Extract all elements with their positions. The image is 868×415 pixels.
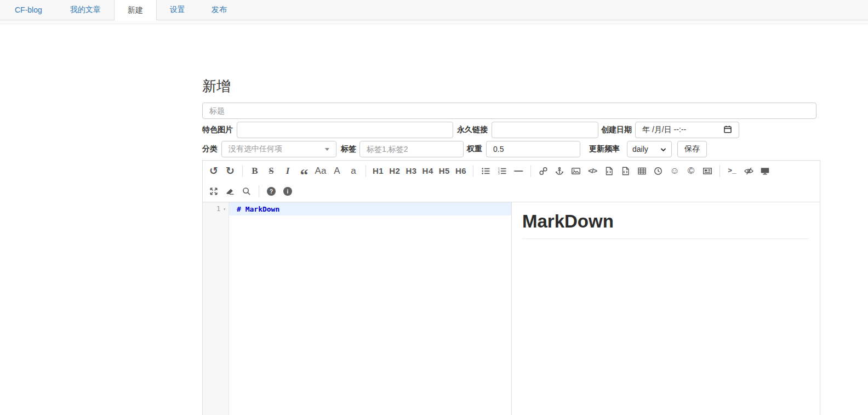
search-button[interactable]	[238, 183, 255, 200]
nav-tab-my-articles[interactable]: 我的文章	[57, 0, 114, 20]
search-icon	[242, 187, 251, 196]
undo-button[interactable]: ↺	[205, 163, 222, 179]
horizontal-rule-button[interactable]: —	[510, 163, 527, 179]
file-code-icon	[605, 167, 613, 175]
preview-pane: MarkDown	[512, 202, 820, 415]
fullscreen-button[interactable]	[205, 183, 222, 200]
file-code-icon	[621, 167, 630, 175]
frequency-label: 更新频率	[589, 144, 620, 154]
emoji-button[interactable]: ☺	[666, 163, 683, 179]
chevron-down-icon	[660, 145, 666, 154]
toolbar-separator	[366, 165, 366, 177]
html-entities-button[interactable]: ©	[683, 163, 699, 179]
watch-button[interactable]	[740, 163, 757, 179]
post-title-input[interactable]	[202, 103, 816, 119]
page-title: 新增	[202, 77, 820, 96]
line-number-gutter: 1 ▾	[203, 202, 229, 415]
preformatted-text-button[interactable]	[601, 163, 617, 179]
frequency-value: daily	[632, 145, 648, 154]
navbar-substrip	[0, 20, 868, 24]
italic-button[interactable]: I	[279, 163, 296, 179]
redo-button[interactable]: ↻	[222, 163, 238, 179]
category-select[interactable]: 没有选中任何项	[221, 141, 336, 157]
uppercase-button[interactable]: A	[329, 163, 345, 179]
h6-button[interactable]: H6	[453, 163, 469, 179]
anchor-icon	[555, 167, 564, 175]
featured-image-label: 特色图片	[202, 125, 233, 135]
save-button[interactable]: 保存	[677, 141, 707, 157]
quote-button[interactable]: “	[296, 167, 312, 183]
nav-brand[interactable]: CF-blog	[0, 0, 57, 20]
create-date-input[interactable]: 年 /月/日 --:--	[635, 122, 739, 138]
fullscreen-arrows-icon	[209, 187, 218, 196]
clear-button[interactable]	[222, 183, 238, 200]
ordered-list-button[interactable]: 123	[494, 163, 510, 179]
link-button[interactable]	[535, 163, 551, 179]
list-ol-icon: 123	[498, 167, 507, 175]
pagebreak-button[interactable]	[699, 163, 716, 179]
markdown-source-text: # MarkDown	[229, 205, 279, 213]
preview-button[interactable]	[757, 163, 773, 179]
code-block-button[interactable]	[617, 163, 633, 179]
featured-image-input[interactable]	[237, 122, 453, 138]
nav-tab-new[interactable]: 新建	[114, 0, 157, 20]
table-icon	[637, 167, 647, 175]
clock-icon	[654, 167, 663, 175]
top-navbar: CF-blog 我的文章 新建 设置 发布	[0, 0, 868, 20]
toolbar-separator	[530, 165, 531, 177]
weight-input[interactable]	[486, 141, 580, 157]
nav-tab-settings[interactable]: 设置	[157, 0, 198, 20]
eraser-icon	[225, 187, 235, 196]
toolbar-separator	[242, 165, 243, 177]
info-button[interactable]: i	[279, 183, 296, 200]
fold-arrow-icon[interactable]: ▾	[223, 207, 226, 212]
toolbar-separator	[473, 165, 473, 177]
editor-toolbar-row-2: ? i	[203, 181, 820, 202]
strikethrough-button[interactable]: S	[263, 163, 279, 179]
help-icon: ?	[267, 187, 276, 196]
svg-text:3: 3	[498, 172, 500, 175]
create-date-value: 年 /月/日 --:--	[642, 125, 686, 135]
permalink-input[interactable]	[492, 122, 598, 138]
table-button[interactable]	[633, 163, 650, 179]
h4-button[interactable]: H4	[420, 163, 436, 179]
tags-input[interactable]	[359, 141, 464, 157]
nav-tab-publish[interactable]: 发布	[198, 0, 240, 20]
image-button[interactable]	[568, 163, 584, 179]
unordered-list-button[interactable]	[477, 163, 494, 179]
create-date-label: 创建日期	[601, 125, 632, 135]
code-area[interactable]: # MarkDown	[229, 202, 511, 415]
image-icon	[571, 167, 581, 175]
form-row-1: 特色图片 永久链接 创建日期 年 /月/日 --:--	[202, 122, 820, 138]
datetime-button[interactable]	[650, 163, 666, 179]
ucwords-button[interactable]: Aa	[312, 163, 329, 179]
bold-button[interactable]: B	[247, 163, 263, 179]
code-pane[interactable]: 1 ▾ # MarkDown	[203, 202, 512, 415]
active-line: # MarkDown	[229, 202, 511, 215]
calendar-icon	[723, 125, 732, 135]
lowercase-button[interactable]: a	[345, 163, 362, 179]
category-label: 分类	[202, 144, 218, 154]
frequency-select[interactable]: daily	[627, 141, 672, 157]
editor-body: 1 ▾ # MarkDown MarkDown	[203, 202, 820, 415]
toolbar-separator	[259, 185, 259, 197]
h2-button[interactable]: H2	[386, 163, 403, 179]
permalink-label: 永久链接	[457, 125, 488, 135]
inline-code-button[interactable]: </>	[584, 163, 601, 179]
link-icon	[539, 167, 548, 175]
anchor-button[interactable]	[551, 163, 568, 179]
h3-button[interactable]: H3	[403, 163, 419, 179]
newspaper-icon	[703, 167, 712, 175]
form-row-2: 分类 没有选中任何项 标签 权重 更新频率 daily 保存	[202, 141, 820, 157]
line-number: 1	[216, 205, 220, 213]
caret-down-icon	[325, 148, 329, 151]
preview-heading: MarkDown	[522, 211, 809, 239]
info-icon: i	[283, 187, 292, 196]
h5-button[interactable]: H5	[436, 163, 453, 179]
h1-button[interactable]: H1	[370, 163, 386, 179]
toolbar-separator	[719, 165, 720, 177]
desktop-icon	[760, 167, 770, 175]
editor-toolbar-row-1: ↺ ↻ B S I “ Aa A a H1 H2 H3 H4 H5 H6	[203, 161, 820, 181]
goto-line-button[interactable]: >_	[724, 163, 740, 179]
help-button[interactable]: ?	[263, 183, 279, 200]
